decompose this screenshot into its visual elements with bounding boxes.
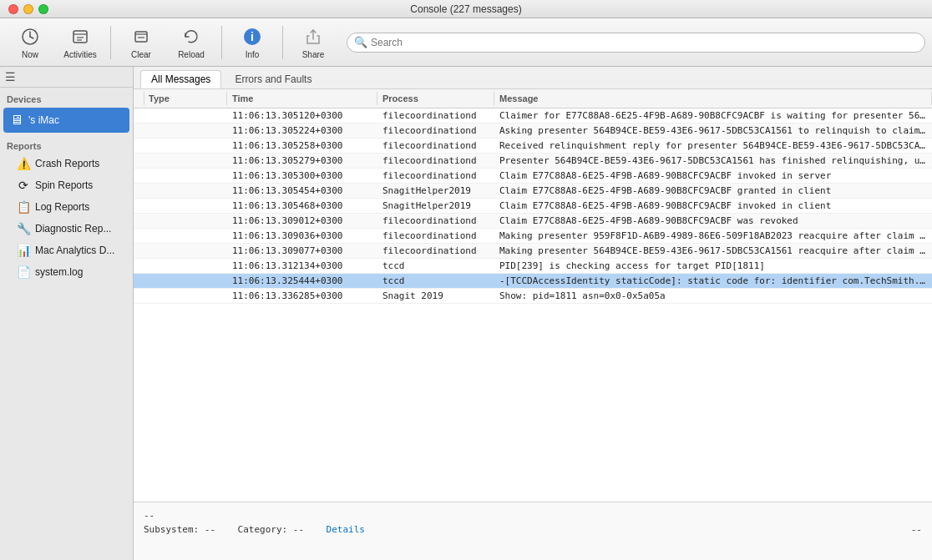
filter-tabs: All Messages Errors and Faults	[134, 67, 932, 89]
table-row[interactable]: 11:06:13.305279+0300 filecoordinationd P…	[134, 154, 932, 169]
maximize-button[interactable]	[38, 4, 48, 14]
table-row[interactable]: 11:06:13.309077+0300 filecoordinationd M…	[134, 244, 932, 259]
sidebar-item-analytics[interactable]: 📊 Mac Analytics D...	[3, 240, 129, 260]
process-cell: filecoordinationd	[377, 139, 494, 153]
tab-all-messages[interactable]: All Messages	[140, 70, 221, 88]
info-button[interactable]: i Info	[229, 23, 276, 63]
crash-label: Crash Reports	[35, 158, 99, 169]
message-cell: Making presenter 959F8F1D-A6B9-4989-86E6…	[494, 229, 932, 243]
type-indicator	[134, 169, 144, 183]
window-controls[interactable]	[8, 4, 48, 14]
sidebar-item-crash[interactable]: ⚠️ Crash Reports	[3, 154, 129, 174]
table-row[interactable]: 11:06:13.336285+0300 Snagit 2019 Show: p…	[134, 289, 932, 304]
titlebar: Console (227 messages)	[0, 0, 932, 18]
detail-meta: Subsystem: -- Category: -- Details --	[144, 523, 922, 537]
log-label: Log Reports	[35, 201, 89, 213]
search-icon: 🔍	[354, 36, 367, 48]
type-cell	[144, 184, 227, 198]
toolbar-sep-3	[282, 26, 283, 59]
reload-label: Reload	[178, 50, 205, 59]
syslog-icon: 📄	[17, 265, 30, 279]
message-cell: Received relinquishment reply for presen…	[494, 139, 932, 153]
info-label: Info	[246, 50, 260, 59]
log-table[interactable]: Type Time Process Message 11:06:13.30512…	[134, 89, 932, 502]
clear-button[interactable]: Clear	[118, 23, 165, 63]
table-header: Type Time Process Message	[134, 89, 932, 108]
type-cell	[144, 274, 227, 288]
type-indicator	[134, 259, 144, 273]
process-cell: SnagitHelper2019	[377, 184, 494, 198]
search-box[interactable]: 🔍	[347, 33, 925, 53]
category-value: --	[293, 524, 304, 535]
sidebar-item-imac[interactable]: 🖥 's iMac	[3, 108, 129, 133]
type-indicator	[134, 199, 144, 213]
close-button[interactable]	[8, 4, 18, 14]
log-icon: 📋	[17, 200, 30, 214]
reports-header: Reports	[0, 134, 133, 153]
process-cell: filecoordinationd	[377, 154, 494, 168]
table-row[interactable]: 11:06:13.325444+0300 tccd -[TCCDAccessId…	[134, 274, 932, 289]
toolbar: Now Activities Clear	[0, 18, 932, 67]
spin-label: Spin Reports	[35, 179, 93, 191]
activities-button[interactable]: Activities	[57, 23, 104, 63]
message-cell: Show: pid=1811 asn=0x0-0x5a05a	[494, 289, 932, 303]
detail-right: --	[911, 523, 922, 537]
type-cell	[144, 108, 227, 123]
details-link[interactable]: Details	[327, 524, 365, 535]
crash-icon: ⚠️	[17, 157, 30, 170]
type-indicator	[134, 274, 144, 288]
time-cell: 11:06:13.305120+0300	[227, 108, 377, 123]
window-title: Console (227 messages)	[410, 3, 521, 15]
process-cell: Snagit 2019	[377, 289, 494, 303]
table-row[interactable]: 11:06:13.305468+0300 SnagitHelper2019 Cl…	[134, 199, 932, 214]
syslog-label: system.log	[35, 266, 83, 278]
sidebar-item-syslog[interactable]: 📄 system.log	[3, 262, 129, 282]
time-cell: 11:06:13.305468+0300	[227, 199, 377, 213]
type-cell	[144, 169, 227, 183]
info-icon: i	[241, 25, 264, 48]
search-input[interactable]	[371, 37, 918, 48]
now-button[interactable]: Now	[7, 23, 53, 63]
analytics-icon: 📊	[17, 244, 30, 257]
type-cell	[144, 199, 227, 213]
col-type-label: Type	[144, 92, 227, 105]
table-row[interactable]: 11:06:13.305224+0300 filecoordinationd A…	[134, 124, 932, 139]
table-row[interactable]: 11:06:13.305120+0300 filecoordinationd C…	[134, 108, 932, 124]
share-label: Share	[302, 50, 325, 59]
message-cell: Claim E77C88A8-6E25-4F9B-A689-90B8CFC9AC…	[494, 199, 932, 213]
table-row[interactable]: 11:06:13.309012+0300 filecoordinationd C…	[134, 214, 932, 229]
reload-button[interactable]: Reload	[168, 23, 215, 63]
minimize-button[interactable]	[23, 4, 33, 14]
activities-label: Activities	[63, 50, 96, 59]
type-cell	[144, 289, 227, 303]
time-cell: 11:06:13.325444+0300	[227, 274, 377, 288]
sidebar-item-diagnostic[interactable]: 🔧 Diagnostic Rep...	[3, 219, 129, 239]
type-cell	[144, 214, 227, 228]
type-cell	[144, 124, 227, 138]
time-cell: 11:06:13.305300+0300	[227, 169, 377, 183]
time-cell: 11:06:13.305454+0300	[227, 184, 377, 198]
time-cell: 11:06:13.336285+0300	[227, 289, 377, 303]
col-time: Time	[227, 92, 377, 105]
share-button[interactable]: Share	[290, 23, 337, 63]
type-indicator	[134, 184, 144, 198]
message-cell: Presenter 564B94CE-BE59-43E6-9617-5DBC53…	[494, 154, 932, 168]
table-body: 11:06:13.305120+0300 filecoordinationd C…	[134, 108, 932, 304]
table-row[interactable]: 11:06:13.312134+0300 tccd PID[239] is ch…	[134, 259, 932, 274]
sidebar-item-spin[interactable]: ⟳ Spin Reports	[3, 175, 129, 195]
table-row[interactable]: 11:06:13.305454+0300 SnagitHelper2019 Cl…	[134, 184, 932, 199]
table-row[interactable]: 11:06:13.305258+0300 filecoordinationd R…	[134, 139, 932, 154]
monitor-icon: 🖥	[10, 113, 23, 128]
diagnostic-icon: 🔧	[17, 222, 30, 235]
type-cell	[144, 139, 227, 153]
svg-rect-7	[135, 32, 147, 42]
table-row[interactable]: 11:06:13.309036+0300 filecoordinationd M…	[134, 229, 932, 244]
table-row[interactable]: 11:06:13.305300+0300 filecoordinationd C…	[134, 169, 932, 184]
process-cell: tccd	[377, 274, 494, 288]
process-cell: filecoordinationd	[377, 244, 494, 258]
process-cell: filecoordinationd	[377, 214, 494, 228]
analytics-label: Mac Analytics D...	[35, 245, 114, 256]
tab-errors-faults[interactable]: Errors and Faults	[225, 71, 322, 88]
subsystem-label: Subsystem:	[144, 524, 199, 535]
sidebar-item-log[interactable]: 📋 Log Reports	[3, 197, 129, 217]
